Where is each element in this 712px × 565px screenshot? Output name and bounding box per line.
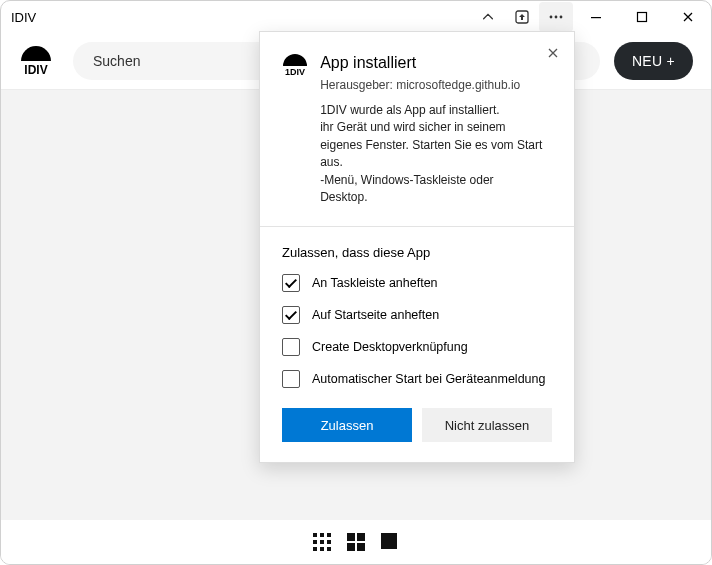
perm-row-autostart[interactable]: Automatischer Start bei Geräteanmeldung — [282, 370, 552, 388]
body-line: Desktop. — [320, 189, 552, 206]
svg-point-3 — [560, 16, 563, 19]
close-button[interactable] — [665, 1, 711, 33]
new-button[interactable]: NEU + — [614, 42, 693, 80]
popover-app-icon: 1DIV — [282, 54, 308, 206]
body-line: 1DIV wurde als App auf installiert. — [320, 102, 552, 119]
svg-rect-19 — [381, 533, 397, 549]
checkbox[interactable] — [282, 274, 300, 292]
half-circle-icon — [283, 54, 307, 66]
half-circle-icon — [21, 46, 51, 61]
svg-rect-12 — [313, 547, 317, 551]
permissions-title: Zulassen, dass diese App — [282, 245, 552, 260]
body-line: ihr Gerät und wird sicher in seinem — [320, 119, 552, 136]
perm-label: Automatischer Start bei Geräteanmeldung — [312, 372, 545, 386]
perm-row-desktop-shortcut[interactable]: Create Desktopverknüpfung — [282, 338, 552, 356]
svg-rect-13 — [320, 547, 324, 551]
single-view-icon[interactable] — [381, 533, 399, 551]
svg-point-1 — [550, 16, 553, 19]
svg-rect-15 — [347, 533, 355, 541]
allow-button-label: Zulassen — [321, 418, 374, 433]
svg-rect-11 — [327, 540, 331, 544]
svg-rect-18 — [357, 543, 365, 551]
body-line: eigenes Fenster. Starten Sie es vom Star… — [320, 137, 552, 172]
window-title: IDIV — [11, 10, 471, 25]
svg-rect-9 — [313, 540, 317, 544]
app-icon[interactable] — [505, 2, 539, 32]
footer — [1, 520, 711, 564]
perm-label: An Taskleiste anheften — [312, 276, 438, 290]
divider — [260, 226, 574, 227]
logo-text: IDIV — [24, 63, 47, 77]
checkbox[interactable] — [282, 338, 300, 356]
svg-rect-5 — [638, 13, 647, 22]
svg-rect-10 — [320, 540, 324, 544]
popover-icon-label: 1DIV — [285, 67, 305, 77]
svg-rect-8 — [327, 533, 331, 537]
minimize-button[interactable] — [573, 1, 619, 33]
popover-heading-block: App installiert Herausgeber: microsofted… — [320, 54, 552, 206]
perm-row-pin-taskbar[interactable]: An Taskleiste anheften — [282, 274, 552, 292]
perm-label: Create Desktopverknüpfung — [312, 340, 468, 354]
deny-button-label: Nicht zulassen — [445, 418, 530, 433]
svg-rect-4 — [591, 17, 601, 18]
checkbox[interactable] — [282, 306, 300, 324]
perm-label: Auf Startseite anheften — [312, 308, 439, 322]
grid-small-icon[interactable] — [313, 533, 331, 551]
titlebar: IDIV — [1, 1, 711, 33]
svg-rect-16 — [357, 533, 365, 541]
chevron-up-icon[interactable] — [471, 2, 505, 32]
grid-large-icon[interactable] — [347, 533, 365, 551]
svg-point-2 — [555, 16, 558, 19]
popover-publisher: Herausgeber: microsoftedge.github.io — [320, 78, 552, 92]
search-placeholder: Suchen — [93, 53, 140, 69]
popover-header: 1DIV App installiert Herausgeber: micros… — [282, 54, 552, 206]
app-logo: IDIV — [13, 46, 59, 77]
window-controls — [573, 1, 711, 33]
maximize-button[interactable] — [619, 1, 665, 33]
deny-button[interactable]: Nicht zulassen — [422, 408, 552, 442]
body-line: -Menü, Windows-Taskleiste oder — [320, 172, 552, 189]
popover-actions: Zulassen Nicht zulassen — [282, 408, 552, 442]
svg-rect-6 — [313, 533, 317, 537]
popover-title: App installiert — [320, 54, 552, 72]
title-tool-controls — [471, 1, 573, 33]
checkbox[interactable] — [282, 370, 300, 388]
more-icon[interactable] — [539, 2, 573, 32]
install-popover: 1DIV App installiert Herausgeber: micros… — [259, 31, 575, 463]
new-button-label: NEU + — [632, 53, 675, 69]
allow-button[interactable]: Zulassen — [282, 408, 412, 442]
perm-row-pin-start[interactable]: Auf Startseite anheften — [282, 306, 552, 324]
popover-body: 1DIV wurde als App auf installiert. ihr … — [320, 102, 552, 206]
popover-close-button[interactable] — [542, 42, 564, 64]
svg-rect-14 — [327, 547, 331, 551]
svg-rect-7 — [320, 533, 324, 537]
svg-rect-17 — [347, 543, 355, 551]
